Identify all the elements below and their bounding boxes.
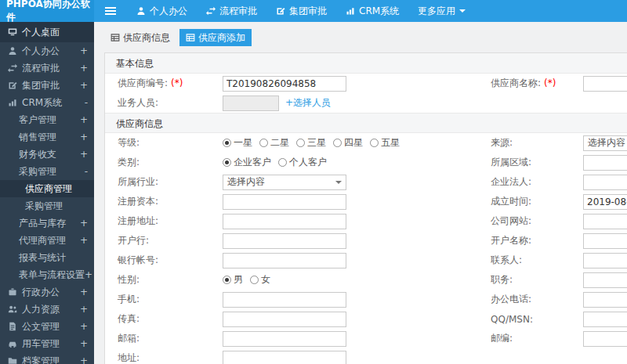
sidebar-item-form-process-settings[interactable]: 表单与流程设置+ bbox=[0, 266, 94, 283]
qq-msn-input[interactable] bbox=[583, 312, 627, 327]
sidebar-item-procurement[interactable]: 采购管理 bbox=[0, 197, 94, 214]
radio-icon[interactable] bbox=[259, 139, 268, 147]
bank-label: 开户行: bbox=[105, 234, 223, 247]
table-icon bbox=[111, 33, 120, 42]
person-icon bbox=[136, 6, 146, 16]
radio-icon[interactable] bbox=[223, 139, 231, 147]
radio-option-level-1[interactable]: 一星 bbox=[223, 136, 252, 150]
supplier-no-label: 供应商编号:(*) bbox=[105, 77, 223, 90]
supplier-no-input[interactable] bbox=[223, 76, 346, 92]
registered-capital-input[interactable] bbox=[223, 194, 346, 210]
source-select[interactable]: 选择内容 bbox=[583, 135, 627, 151]
radio-icon[interactable] bbox=[223, 276, 231, 284]
radio-option-level-5[interactable]: 五星 bbox=[370, 136, 400, 150]
supplier-name-input[interactable] bbox=[583, 76, 627, 92]
account-name-input[interactable] bbox=[583, 233, 627, 249]
contact-input[interactable] bbox=[583, 253, 627, 268]
radio-icon[interactable] bbox=[223, 158, 231, 167]
bank-input[interactable] bbox=[223, 233, 346, 249]
form-row: 注册资本: 成立时间: bbox=[105, 192, 627, 211]
section-header-basic: 基本信息 bbox=[105, 53, 627, 74]
choose-person-link[interactable]: +选择人员 bbox=[285, 96, 331, 110]
office-phone-input[interactable] bbox=[583, 292, 627, 308]
menu-icon[interactable] bbox=[105, 7, 116, 15]
radio-icon[interactable] bbox=[296, 139, 305, 147]
business-person-input[interactable] bbox=[223, 96, 279, 111]
registered-address-input[interactable] bbox=[223, 214, 346, 229]
radio-icon[interactable] bbox=[333, 139, 342, 147]
sidebar-item-vehicle-mgmt[interactable]: 用车管理 + bbox=[0, 335, 94, 352]
sidebar-item-customer-mgmt[interactable]: 客户管理 + bbox=[0, 111, 94, 128]
sidebar-item-supplier-mgmt[interactable]: 供应商管理 bbox=[0, 180, 94, 197]
document-icon bbox=[8, 322, 17, 331]
nav-item-crm-system[interactable]: CRM系统 bbox=[336, 0, 408, 22]
legal-person-input[interactable] bbox=[583, 175, 627, 190]
sidebar-item-process-approval[interactable]: 流程审批 + bbox=[0, 59, 94, 77]
email-input[interactable] bbox=[223, 331, 346, 347]
form-row: 银行帐号: 联系人: bbox=[105, 250, 627, 270]
sidebar-item-personal-office[interactable]: 个人办公 + bbox=[0, 42, 94, 59]
required-mark: (*) bbox=[171, 77, 183, 88]
sidebar-item-purchase-mgmt[interactable]: 采购管理 - bbox=[0, 163, 94, 180]
established-date-input[interactable] bbox=[583, 194, 627, 210]
form-row: 注册地址: 公司网站: bbox=[105, 211, 627, 231]
form-row: 等级: 一星 二星 三星 四星 五星 来源: 选择内容 bbox=[105, 133, 627, 153]
sidebar-item-admin-office[interactable]: 行政办公 + bbox=[0, 283, 94, 301]
registered-capital-label: 注册资本: bbox=[105, 195, 223, 208]
address-label: 地址: bbox=[105, 351, 223, 364]
radio-option-female[interactable]: 女 bbox=[250, 273, 270, 287]
sidebar-item-crm-system[interactable]: CRM系统 - bbox=[0, 94, 94, 111]
region-input[interactable] bbox=[583, 155, 627, 171]
radio-icon[interactable] bbox=[370, 139, 379, 147]
mobile-input[interactable] bbox=[223, 292, 346, 308]
nav-item-process-approval[interactable]: 流程审批 bbox=[197, 0, 266, 22]
nav-item-more-apps[interactable]: 更多应用 bbox=[408, 0, 475, 22]
sidebar-item-personal-desktop[interactable]: 个人桌面 bbox=[0, 22, 94, 42]
radio-option-level-2[interactable]: 二星 bbox=[259, 136, 289, 150]
form-row: 邮箱: 邮编: bbox=[105, 329, 627, 348]
sidebar-item-hr[interactable]: 人力资源 + bbox=[0, 301, 94, 318]
monitor-icon bbox=[8, 27, 17, 37]
radio-option-level-4[interactable]: 四星 bbox=[333, 136, 363, 150]
sidebar-item-reports-stats[interactable]: 报表与统计 bbox=[0, 249, 94, 266]
person-icon bbox=[8, 46, 17, 56]
users-icon bbox=[8, 305, 17, 314]
website-label: 公司网站: bbox=[491, 214, 583, 228]
zip-input[interactable] bbox=[583, 331, 627, 347]
tab-supplier-info[interactable]: 供应商信息 bbox=[104, 29, 176, 46]
sidebar-item-agent-mgmt[interactable]: 代理商管理 + bbox=[0, 232, 94, 249]
level-label: 等级: bbox=[105, 136, 223, 150]
industry-select[interactable]: 选择内容 bbox=[223, 175, 346, 190]
radio-option-level-3[interactable]: 三星 bbox=[296, 136, 326, 150]
tab-supplier-add[interactable]: 供应商添加 bbox=[179, 29, 252, 46]
website-input[interactable] bbox=[583, 214, 627, 229]
sidebar-item-group-approval[interactable]: 集团审批 + bbox=[0, 77, 94, 94]
bank-account-input[interactable] bbox=[223, 253, 346, 268]
established-date-label: 成立时间: bbox=[491, 195, 583, 208]
level-radio-group: 一星 二星 三星 四星 五星 bbox=[223, 136, 491, 150]
supplier-form: 基本信息 供应商编号:(*) 供应商名称:(*) 业务人员: +选择人员 bbox=[104, 52, 627, 364]
radio-option-male[interactable]: 男 bbox=[223, 273, 243, 287]
sidebar-item-document-mgmt[interactable]: 公文管理 + bbox=[0, 318, 94, 335]
section-header-supplier: 供应商信息 bbox=[105, 113, 627, 133]
flow-icon bbox=[8, 63, 17, 73]
sidebar-item-finance[interactable]: 财务收支 + bbox=[0, 146, 94, 163]
chart-icon bbox=[8, 98, 17, 107]
sidebar-item-sales-mgmt[interactable]: 销售管理 + bbox=[0, 128, 94, 146]
position-label: 职务: bbox=[491, 273, 583, 287]
sidebar-item-archive-mgmt[interactable]: 档案管理 + bbox=[0, 352, 94, 364]
fax-input[interactable] bbox=[223, 312, 346, 327]
registered-address-label: 注册地址: bbox=[105, 214, 223, 228]
sidebar-item-product-inventory[interactable]: 产品与库存 + bbox=[0, 214, 94, 232]
nav-item-group-approval[interactable]: 集团审批 bbox=[266, 0, 336, 22]
email-label: 邮箱: bbox=[105, 332, 223, 345]
nav-item-personal-office[interactable]: 个人办公 bbox=[127, 0, 197, 22]
radio-icon[interactable] bbox=[278, 158, 287, 167]
radio-icon[interactable] bbox=[250, 276, 259, 284]
category-radio-group: 企业客户 个人客户 bbox=[223, 156, 491, 169]
radio-option-enterprise[interactable]: 企业客户 bbox=[223, 156, 271, 169]
industry-label: 所属行业: bbox=[105, 175, 223, 189]
radio-option-individual[interactable]: 个人客户 bbox=[278, 156, 327, 169]
position-input[interactable] bbox=[583, 272, 627, 288]
address-input[interactable] bbox=[223, 351, 346, 364]
